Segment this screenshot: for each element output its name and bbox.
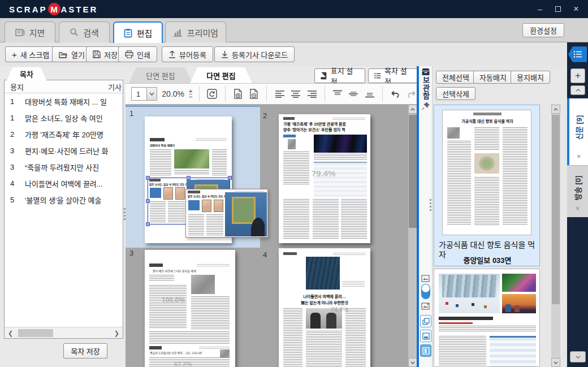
maximize-button[interactable]: [550, 0, 567, 18]
tab-multi-edit[interactable]: 다면 편집: [190, 67, 252, 83]
paper-place-button[interactable]: 용지배치: [511, 71, 550, 84]
toolbar-separator: [382, 86, 383, 102]
figure-photo: [288, 139, 296, 149]
image-quality-toggle[interactable]: [421, 284, 430, 299]
pin-icon[interactable]: [421, 101, 430, 113]
scrap-page-4[interactable]: 나이들면서 여백에 끌려… 無는 없는게 아니라 무한한것 74.9%: [279, 248, 370, 367]
valign-top-button[interactable]: [332, 87, 344, 101]
canvas-vertical-scrollbar[interactable]: [408, 105, 417, 367]
winter-photo: [439, 274, 500, 313]
toc-row[interactable]: 4나이들면서 여백에 끌려...: [5, 175, 123, 192]
date-line: [333, 253, 366, 255]
scroll-right-icon[interactable]: ❯: [114, 327, 119, 339]
tab-edit[interactable]: 편집: [113, 21, 163, 43]
text-lines: [150, 201, 166, 223]
zoom-stepper[interactable]: + −: [189, 89, 192, 100]
add-page-button[interactable]: [232, 87, 244, 101]
masthead-logo: [149, 346, 162, 349]
layout-bottom-panel-button[interactable]: [420, 330, 431, 342]
dragging-article-clip[interactable]: 맑은 소녀도, 일상 속 여인도 모두 아름답: [185, 189, 268, 238]
storage-scrollbar[interactable]: [551, 105, 560, 367]
tab-pages[interactable]: 지면: [5, 21, 55, 42]
tab-premium[interactable]: 프리미엄: [165, 21, 226, 42]
toc-horizontal-scrollbar[interactable]: ❮ ❯: [5, 327, 123, 338]
scroll-down-icon[interactable]: [408, 358, 417, 367]
print-button[interactable]: 인쇄: [118, 46, 157, 62]
tab-single-edit[interactable]: 단면 편집: [129, 67, 192, 83]
toc-row[interactable]: 1맑은 소녀도, 일상 속 여인: [5, 110, 123, 126]
viewer-register-button[interactable]: 뷰어등록: [162, 46, 213, 62]
dropdown-button[interactable]: [146, 88, 157, 100]
scrap-page-1[interactable]: 대왕버섯 특화 재배지 맑은 소녀도, 일상 속 여인도 모두 아름답: [145, 116, 232, 243]
align-right-button[interactable]: [306, 87, 318, 101]
tourist-silhouette: [505, 304, 511, 312]
scrap-page-2[interactable]: 가평 '재즈축제' 후 20만명 관광객 환호 양주 '찾아가는 보건소' 주민…: [279, 114, 370, 243]
add-source-button[interactable]: +: [570, 68, 585, 83]
zoom-out-button[interactable]: −: [189, 94, 192, 100]
storage-list-tag-button[interactable]: [568, 46, 587, 63]
toc-save-button[interactable]: 목차 저장: [63, 343, 107, 359]
rotate-button[interactable]: [206, 87, 218, 101]
image-toggle-on-icon[interactable]: [421, 302, 430, 312]
image-toggle-off-icon[interactable]: [421, 274, 430, 284]
auto-place-button[interactable]: 자동배치: [473, 71, 513, 84]
close-button[interactable]: ×: [568, 0, 585, 18]
toc-row[interactable]: 5'불멸의 생'을 살아간 예술: [5, 192, 123, 208]
toc-settings-button[interactable]: 목차 설정: [368, 68, 418, 83]
delete-selected-button[interactable]: 선택삭제: [436, 87, 475, 100]
scrollbar-thumb[interactable]: [18, 329, 53, 337]
right-splitter-grip[interactable]: [430, 199, 432, 211]
undo-button[interactable]: [390, 87, 401, 101]
toc-row[interactable]: 2가평 '재즈축제' 年 20만명: [5, 126, 123, 143]
tab-search[interactable]: 검색: [59, 21, 110, 42]
remove-page-button[interactable]: [248, 87, 260, 101]
masthead-logo: [283, 252, 297, 255]
tourist-silhouette: [514, 305, 520, 312]
article-download-button[interactable]: 등록기사 다운로드: [214, 46, 295, 62]
scroll-down-icon[interactable]: [551, 358, 560, 367]
page-select-dropdown[interactable]: 1: [131, 87, 157, 101]
scroll-up-icon[interactable]: [551, 105, 560, 114]
valign-middle-button[interactable]: [348, 87, 360, 101]
cover-settings-button[interactable]: 표지 설정: [314, 68, 365, 83]
source-tab-broadcast[interactable]: 방송 [0] ×: [567, 165, 588, 217]
text-lines: [150, 149, 171, 175]
resize-handle[interactable]: [187, 176, 191, 180]
multi-page-canvas[interactable]: 1 2 3 4 대왕버섯 특화 재배지 맑은 소녀도, 일상 속 여인도 모두 …: [126, 105, 417, 367]
article-thumbnail: [434, 269, 540, 367]
scrollbar-thumb[interactable]: [552, 115, 560, 304]
resize-handle[interactable]: [146, 199, 150, 203]
resize-handle[interactable]: [228, 176, 232, 180]
scroll-left-icon[interactable]: ❮: [8, 327, 13, 339]
resize-handle[interactable]: [146, 222, 150, 226]
text-lines: [439, 326, 536, 333]
save-icon: [93, 50, 101, 58]
align-center-button[interactable]: [290, 87, 302, 101]
redo-button[interactable]: [405, 87, 417, 101]
source-tab-newspaper[interactable]: 신문 [9] ×: [567, 98, 588, 165]
layout-left-panel-button[interactable]: [420, 344, 431, 357]
close-icon[interactable]: ×: [577, 152, 581, 161]
collapse-up-button[interactable]: [570, 85, 585, 95]
toc-row[interactable]: 1대왕버섯 특화 재배지 ... 일: [5, 93, 123, 110]
minimize-button[interactable]: –: [531, 0, 548, 18]
collapse-down-button[interactable]: [570, 351, 586, 362]
settings-button[interactable]: 환경설정: [522, 23, 564, 37]
valign-bottom-button[interactable]: [364, 87, 376, 101]
toc-row[interactable]: 3“죽을까 두려웠지만 사진: [5, 159, 123, 175]
scrollbar-thumb[interactable]: [409, 115, 417, 228]
storage-item-selected[interactable]: 가공식품 대신 향토 음식을 먹자 가공식품 대신 향토 음식을 먹자 중앙일보…: [434, 105, 540, 266]
scroll-up-icon[interactable]: [408, 105, 417, 114]
close-icon[interactable]: ×: [576, 204, 580, 213]
resize-handle[interactable]: [146, 176, 150, 180]
toc-tab[interactable]: 목차: [7, 67, 46, 80]
scrap-page-3[interactable]: 편지·메모·사진에 드러난 화가들 세계 100.0% “죽을까 두려웠지만 사…: [145, 250, 235, 367]
toolbar-separator: [325, 86, 325, 102]
select-all-button[interactable]: 전체선택: [436, 71, 475, 84]
new-scrap-button[interactable]: +새 스크랩: [5, 46, 56, 62]
align-left-button[interactable]: [274, 87, 286, 101]
toc-save-label: 목차 저장: [71, 346, 100, 356]
toc-row[interactable]: 3편지·메모·사진에 드러난 화: [5, 143, 123, 159]
storage-item[interactable]: [434, 269, 540, 367]
layout-overlap-button[interactable]: [420, 315, 431, 327]
